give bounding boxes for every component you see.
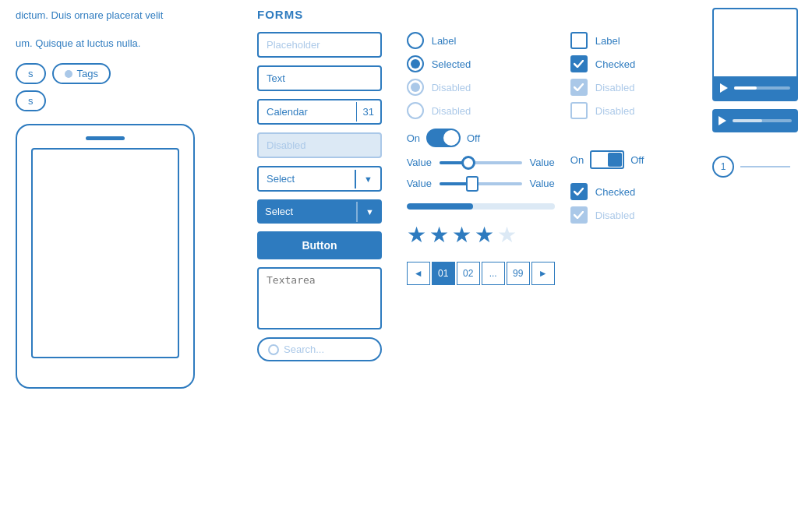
select-outline-arrow: ▼: [355, 170, 380, 188]
radio-inner-3: [411, 83, 420, 92]
checkbox-disabled-r: [570, 206, 588, 224]
star-3[interactable]: ★: [452, 222, 471, 248]
radio-disabled: [407, 102, 424, 119]
checkmark-icon: [574, 60, 584, 68]
video-progress-bar: [734, 86, 790, 90]
pagination-next[interactable]: ►: [531, 262, 555, 285]
col-radio-area: Label Selected Disabled Disabled: [407, 32, 555, 361]
pagination-02[interactable]: 02: [457, 262, 480, 285]
checkbox-label-3: Disabled: [595, 82, 635, 93]
checkmark-icon-disabled: [574, 83, 584, 91]
pagination: ◄ 01 02 ... 99 ►: [407, 262, 555, 285]
step-circle-1[interactable]: 1: [712, 156, 734, 178]
radio-row-2: Selected: [407, 55, 555, 72]
radio-selected[interactable]: [407, 55, 424, 72]
forms-title: FORMS: [257, 8, 689, 21]
tag-dot: [65, 70, 72, 78]
toggle-row-1: On Off: [407, 129, 555, 147]
radio-row-1: Label: [407, 32, 555, 49]
radio-row-4: Disabled: [407, 102, 555, 119]
col-checkbox-right: Checked Disabled: [570, 183, 689, 224]
forms-area: 31 Select ▼ Select ▼ Button: [257, 32, 689, 361]
slider-value-left-2: Value: [407, 178, 432, 189]
star-5[interactable]: ★: [497, 222, 517, 248]
radio-inner: [411, 59, 420, 69]
pagination-01[interactable]: 01: [432, 262, 455, 285]
play-button[interactable]: [720, 83, 728, 93]
toggle-on-label-1: On: [407, 132, 420, 144]
star-2[interactable]: ★: [429, 222, 449, 248]
button-primary[interactable]: Button: [257, 231, 382, 259]
toggle-row-2: On Off: [570, 150, 689, 169]
tag-label: Tags: [77, 68, 98, 79]
checkbox-checked[interactable]: [570, 55, 588, 72]
star-4[interactable]: ★: [475, 222, 494, 248]
radio-unselected[interactable]: [407, 32, 424, 49]
page: dictum. Duis ornare placerat velit um. Q…: [0, 0, 798, 532]
disabled-input: [257, 132, 382, 158]
checkbox-label-4: Disabled: [595, 105, 635, 117]
checkbox-row-r2: Disabled: [570, 206, 689, 224]
tag-s-2[interactable]: s: [16, 90, 46, 111]
checkbox-unchecked[interactable]: [570, 32, 588, 49]
left-text-1: dictum. Duis ornare placerat velit: [16, 8, 226, 23]
right-panel: 1: [704, 0, 798, 532]
pagination-prev[interactable]: ◄: [407, 262, 430, 285]
tag-row-2: s: [16, 90, 226, 111]
col-checkbox-area: Label Checked Disa: [570, 32, 689, 361]
slider-row-2: Value Value: [407, 178, 555, 189]
step-line: [740, 166, 790, 167]
select-filled-wrapper[interactable]: Select ▼: [257, 199, 382, 224]
slider-track-1[interactable]: [440, 161, 522, 164]
phone-bar: [86, 136, 125, 140]
step-indicator: 1: [712, 156, 790, 178]
checkbox-checked-r[interactable]: [570, 183, 588, 200]
checkmark-icon-r1: [574, 188, 584, 196]
progress-bar: [407, 203, 555, 210]
phone-mockup: [16, 124, 195, 389]
checkbox-label-2: Checked: [595, 58, 635, 70]
toggle-square-switch[interactable]: [590, 150, 624, 169]
select-filled-arrow: ▼: [356, 202, 382, 222]
video-progress-fill: [734, 86, 757, 90]
placeholder-input[interactable]: [257, 32, 382, 58]
star-1[interactable]: ★: [407, 222, 426, 248]
main-section: FORMS 31 Select ▼ Select: [242, 0, 704, 532]
search-wrapper[interactable]: Search...: [257, 337, 382, 361]
play-button-2[interactable]: [719, 116, 726, 125]
slider-thumb-1[interactable]: [461, 156, 475, 170]
radio-label-1: Label: [432, 35, 457, 47]
calendar-input-wrapper: 31: [257, 99, 382, 125]
radio-disabled-filled: [407, 79, 424, 96]
radio-row-3: Disabled: [407, 79, 555, 96]
video-box: [712, 8, 798, 101]
checkmark-icon-r2: [574, 211, 584, 219]
video-progress-bar-2: [733, 119, 792, 122]
textarea-field[interactable]: [257, 267, 382, 329]
text-input[interactable]: [257, 65, 382, 91]
checkbox-row-1: Label: [570, 32, 689, 49]
select-outline-wrapper[interactable]: Select ▼: [257, 166, 382, 192]
stars-row: ★ ★ ★ ★ ★: [407, 222, 555, 248]
toggle-off-label-1: Off: [467, 132, 480, 144]
toggle-off-label-2: Off: [630, 154, 644, 166]
tag-tags[interactable]: Tags: [52, 63, 111, 84]
select-filled-text: Select: [257, 199, 356, 224]
tag-s-1[interactable]: s: [16, 63, 46, 84]
video-bar-2: [712, 109, 798, 132]
calendar-icon: 31: [356, 102, 380, 122]
pagination-99[interactable]: 99: [507, 262, 530, 285]
toggle-switch-1[interactable]: [426, 129, 461, 147]
tag-row-1: s Tags: [16, 63, 226, 84]
calendar-input[interactable]: [259, 100, 356, 123]
left-panel: dictum. Duis ornare placerat velit um. Q…: [0, 0, 242, 532]
left-text-2: um. Quisque at luctus nulla.: [16, 36, 226, 51]
radio-label-3: Disabled: [432, 82, 471, 93]
checkbox-row-r1: Checked: [570, 183, 689, 200]
slider-thumb-2[interactable]: [466, 176, 478, 192]
slider-track-2[interactable]: [440, 182, 522, 185]
checkbox-disabled: [570, 102, 588, 119]
toggle-knob-1: [443, 130, 459, 146]
slider-row-1: Value Value: [407, 157, 555, 168]
checkbox-row-2: Checked: [570, 55, 689, 72]
